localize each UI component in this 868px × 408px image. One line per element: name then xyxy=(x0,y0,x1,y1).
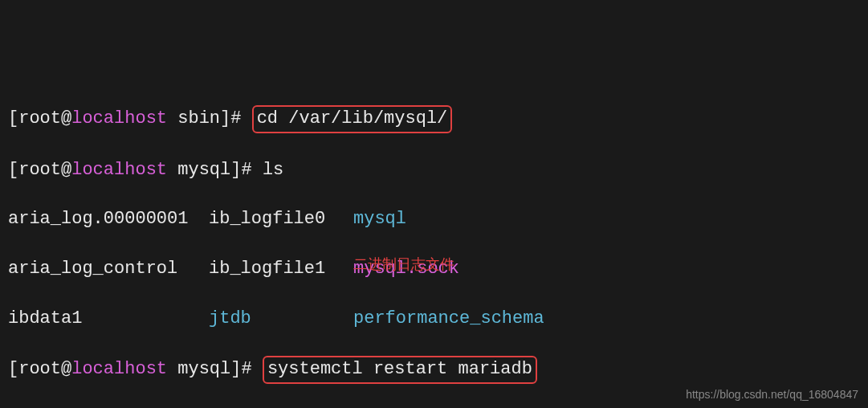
bracket-open: [ xyxy=(8,108,18,129)
command-cd[interactable]: cd /var/lib/mysql/ xyxy=(252,105,453,133)
file: ib_logfile0 xyxy=(209,207,353,232)
cwd: sbin xyxy=(177,108,220,129)
command-ls[interactable]: ls xyxy=(263,160,283,180)
user: root xyxy=(18,108,61,129)
dir: jtdb xyxy=(209,307,353,332)
annotation-text: 二进制日志文件 xyxy=(353,255,454,275)
file: aria_log_control xyxy=(8,257,209,282)
prompt-line-ls1: [root@localhost mysql]# ls xyxy=(8,158,860,183)
dir: performance_schema xyxy=(353,308,544,328)
bracket-close: ]# xyxy=(220,108,241,129)
dir: mysql xyxy=(353,209,406,229)
prompt-line-cd: [root@localhost sbin]# cd /var/lib/mysql… xyxy=(8,105,860,133)
host: localhost xyxy=(71,108,167,129)
command-restart[interactable]: systemctl restart mariadb xyxy=(263,356,537,384)
watermark: https://blog.csdn.net/qq_16804847 xyxy=(686,387,858,403)
file: ib_logfile1 xyxy=(209,257,353,282)
ls1-row3: ibdata1jtdbperformance_schema xyxy=(8,307,860,332)
ls1-row1: aria_log.00000001ib_logfile0mysql xyxy=(8,207,860,232)
at: @ xyxy=(61,108,71,129)
file: aria_log.00000001 xyxy=(8,207,209,232)
file: ibdata1 xyxy=(8,307,209,332)
prompt-line-restart: [root@localhost mysql]# systemctl restar… xyxy=(8,356,860,384)
